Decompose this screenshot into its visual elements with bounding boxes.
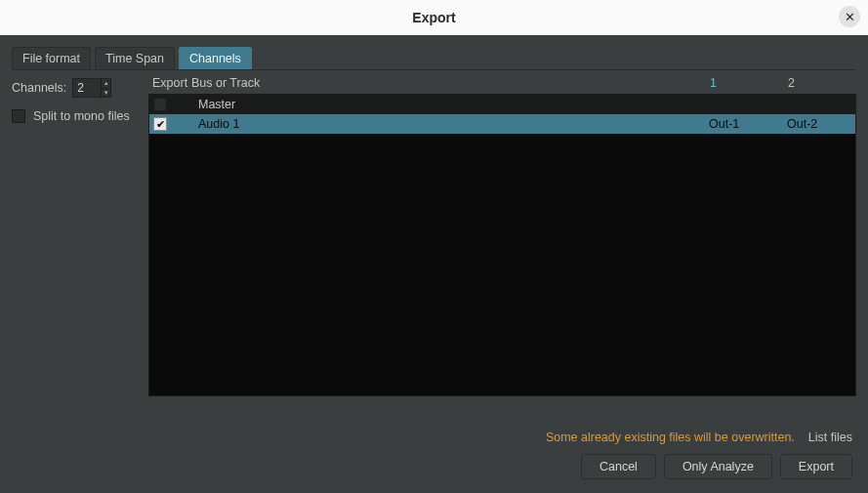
row-export-cell: ✔ bbox=[153, 117, 192, 131]
col-header-ch2[interactable]: 2 bbox=[788, 76, 856, 90]
col-header-bus[interactable]: Bus or Track bbox=[191, 76, 710, 90]
table-header: Export Bus or Track 1 2 bbox=[148, 74, 856, 94]
split-mono-label: Split to mono files bbox=[33, 109, 130, 123]
tabs: File format Time Span Channels bbox=[12, 47, 856, 70]
col-header-ch1[interactable]: 1 bbox=[710, 76, 788, 90]
table-row[interactable]: ✔ Audio 1 Out-1 Out-2 bbox=[149, 114, 855, 134]
footer: Some already existing files will be over… bbox=[0, 421, 868, 493]
row-bus-cell: Master bbox=[192, 98, 709, 111]
list-files-link[interactable]: List files bbox=[808, 431, 852, 444]
spinner-buttons: ▲ ▼ bbox=[101, 79, 110, 97]
tab-file-format[interactable]: File format bbox=[12, 47, 91, 69]
split-mono-row: Split to mono files bbox=[12, 109, 141, 123]
left-column: Channels: ▲ ▼ Split to mono files bbox=[12, 74, 141, 396]
overwrite-warning: Some already existing files will be over… bbox=[546, 431, 795, 444]
row-checkbox[interactable] bbox=[153, 98, 167, 111]
titlebar: Export ✕ bbox=[0, 0, 868, 35]
main-panel: File format Time Span Channels Channels:… bbox=[0, 35, 868, 493]
row-export-cell bbox=[153, 98, 192, 111]
row-ch1-cell: Out-1 bbox=[709, 117, 787, 131]
tab-channels[interactable]: Channels bbox=[179, 47, 252, 69]
tab-content: Channels: ▲ ▼ Split to mono files bbox=[12, 74, 856, 396]
export-button[interactable]: Export bbox=[780, 454, 852, 479]
right-column: Export Bus or Track 1 2 Master bbox=[148, 74, 856, 396]
footer-buttons: Cancel Only Analyze Export bbox=[16, 454, 852, 479]
table-row[interactable]: Master bbox=[149, 95, 855, 114]
only-analyze-button[interactable]: Only Analyze bbox=[664, 454, 772, 479]
channels-label: Channels: bbox=[12, 81, 66, 95]
spinner-down[interactable]: ▼ bbox=[102, 89, 110, 98]
close-icon: ✕ bbox=[845, 10, 855, 24]
table-body: Master ✔ Audio 1 Out-1 Out-2 bbox=[148, 94, 856, 396]
channels-input[interactable] bbox=[73, 79, 101, 97]
spinner-up[interactable]: ▲ bbox=[102, 79, 110, 89]
channels-spinner[interactable]: ▲ ▼ bbox=[72, 78, 111, 98]
close-button[interactable]: ✕ bbox=[839, 6, 860, 27]
channels-field: Channels: ▲ ▼ bbox=[12, 78, 141, 98]
window-title: Export bbox=[412, 10, 455, 25]
split-mono-checkbox[interactable] bbox=[12, 109, 25, 123]
footer-status-row: Some already existing files will be over… bbox=[16, 431, 852, 444]
row-ch2-cell: Out-2 bbox=[787, 117, 855, 131]
inner-panel: File format Time Span Channels Channels:… bbox=[12, 35, 856, 396]
cancel-button[interactable]: Cancel bbox=[581, 454, 656, 479]
col-header-export[interactable]: Export bbox=[152, 76, 191, 90]
tab-time-span[interactable]: Time Span bbox=[95, 47, 175, 69]
row-bus-cell: Audio 1 bbox=[192, 117, 709, 131]
row-checkbox[interactable]: ✔ bbox=[153, 117, 167, 131]
